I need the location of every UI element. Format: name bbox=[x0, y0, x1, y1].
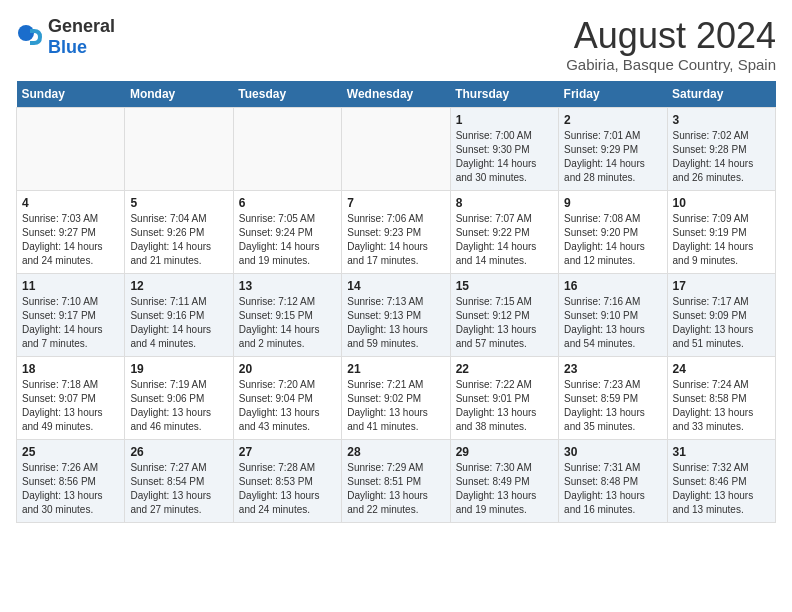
day-number: 13 bbox=[239, 279, 336, 293]
day-number: 8 bbox=[456, 196, 553, 210]
calendar-week-row: 25Sunrise: 7:26 AM Sunset: 8:56 PM Dayli… bbox=[17, 439, 776, 522]
calendar-cell: 4Sunrise: 7:03 AM Sunset: 9:27 PM Daylig… bbox=[17, 190, 125, 273]
calendar-cell: 11Sunrise: 7:10 AM Sunset: 9:17 PM Dayli… bbox=[17, 273, 125, 356]
day-number: 19 bbox=[130, 362, 227, 376]
calendar-cell: 3Sunrise: 7:02 AM Sunset: 9:28 PM Daylig… bbox=[667, 107, 775, 190]
day-number: 10 bbox=[673, 196, 770, 210]
calendar-week-row: 1Sunrise: 7:00 AM Sunset: 9:30 PM Daylig… bbox=[17, 107, 776, 190]
day-number: 29 bbox=[456, 445, 553, 459]
day-info: Sunrise: 7:15 AM Sunset: 9:12 PM Dayligh… bbox=[456, 295, 553, 351]
day-number: 17 bbox=[673, 279, 770, 293]
calendar-week-row: 18Sunrise: 7:18 AM Sunset: 9:07 PM Dayli… bbox=[17, 356, 776, 439]
calendar-cell: 27Sunrise: 7:28 AM Sunset: 8:53 PM Dayli… bbox=[233, 439, 341, 522]
col-header-thursday: Thursday bbox=[450, 81, 558, 108]
day-info: Sunrise: 7:10 AM Sunset: 9:17 PM Dayligh… bbox=[22, 295, 119, 351]
day-info: Sunrise: 7:04 AM Sunset: 9:26 PM Dayligh… bbox=[130, 212, 227, 268]
calendar-cell: 24Sunrise: 7:24 AM Sunset: 8:58 PM Dayli… bbox=[667, 356, 775, 439]
logo-text: General Blue bbox=[48, 16, 115, 58]
calendar-cell: 13Sunrise: 7:12 AM Sunset: 9:15 PM Dayli… bbox=[233, 273, 341, 356]
col-header-saturday: Saturday bbox=[667, 81, 775, 108]
day-info: Sunrise: 7:23 AM Sunset: 8:59 PM Dayligh… bbox=[564, 378, 661, 434]
calendar-cell: 2Sunrise: 7:01 AM Sunset: 9:29 PM Daylig… bbox=[559, 107, 667, 190]
calendar-cell: 23Sunrise: 7:23 AM Sunset: 8:59 PM Dayli… bbox=[559, 356, 667, 439]
day-number: 2 bbox=[564, 113, 661, 127]
calendar-cell: 7Sunrise: 7:06 AM Sunset: 9:23 PM Daylig… bbox=[342, 190, 450, 273]
day-number: 12 bbox=[130, 279, 227, 293]
day-info: Sunrise: 7:30 AM Sunset: 8:49 PM Dayligh… bbox=[456, 461, 553, 517]
day-info: Sunrise: 7:21 AM Sunset: 9:02 PM Dayligh… bbox=[347, 378, 444, 434]
day-number: 16 bbox=[564, 279, 661, 293]
calendar-cell: 20Sunrise: 7:20 AM Sunset: 9:04 PM Dayli… bbox=[233, 356, 341, 439]
day-number: 4 bbox=[22, 196, 119, 210]
day-number: 27 bbox=[239, 445, 336, 459]
day-info: Sunrise: 7:01 AM Sunset: 9:29 PM Dayligh… bbox=[564, 129, 661, 185]
day-info: Sunrise: 7:32 AM Sunset: 8:46 PM Dayligh… bbox=[673, 461, 770, 517]
day-number: 9 bbox=[564, 196, 661, 210]
calendar-cell: 17Sunrise: 7:17 AM Sunset: 9:09 PM Dayli… bbox=[667, 273, 775, 356]
day-info: Sunrise: 7:08 AM Sunset: 9:20 PM Dayligh… bbox=[564, 212, 661, 268]
calendar-cell: 31Sunrise: 7:32 AM Sunset: 8:46 PM Dayli… bbox=[667, 439, 775, 522]
calendar-cell: 28Sunrise: 7:29 AM Sunset: 8:51 PM Dayli… bbox=[342, 439, 450, 522]
col-header-sunday: Sunday bbox=[17, 81, 125, 108]
calendar-cell: 10Sunrise: 7:09 AM Sunset: 9:19 PM Dayli… bbox=[667, 190, 775, 273]
logo: General Blue bbox=[16, 16, 115, 58]
day-info: Sunrise: 7:06 AM Sunset: 9:23 PM Dayligh… bbox=[347, 212, 444, 268]
calendar-cell: 9Sunrise: 7:08 AM Sunset: 9:20 PM Daylig… bbox=[559, 190, 667, 273]
day-info: Sunrise: 7:28 AM Sunset: 8:53 PM Dayligh… bbox=[239, 461, 336, 517]
day-number: 6 bbox=[239, 196, 336, 210]
day-number: 21 bbox=[347, 362, 444, 376]
day-number: 1 bbox=[456, 113, 553, 127]
day-info: Sunrise: 7:07 AM Sunset: 9:22 PM Dayligh… bbox=[456, 212, 553, 268]
day-number: 5 bbox=[130, 196, 227, 210]
day-info: Sunrise: 7:18 AM Sunset: 9:07 PM Dayligh… bbox=[22, 378, 119, 434]
col-header-tuesday: Tuesday bbox=[233, 81, 341, 108]
calendar-cell: 29Sunrise: 7:30 AM Sunset: 8:49 PM Dayli… bbox=[450, 439, 558, 522]
calendar-cell: 21Sunrise: 7:21 AM Sunset: 9:02 PM Dayli… bbox=[342, 356, 450, 439]
calendar-cell: 6Sunrise: 7:05 AM Sunset: 9:24 PM Daylig… bbox=[233, 190, 341, 273]
day-number: 15 bbox=[456, 279, 553, 293]
day-info: Sunrise: 7:13 AM Sunset: 9:13 PM Dayligh… bbox=[347, 295, 444, 351]
day-info: Sunrise: 7:02 AM Sunset: 9:28 PM Dayligh… bbox=[673, 129, 770, 185]
logo-general: General bbox=[48, 16, 115, 36]
day-number: 20 bbox=[239, 362, 336, 376]
calendar-cell: 22Sunrise: 7:22 AM Sunset: 9:01 PM Dayli… bbox=[450, 356, 558, 439]
day-info: Sunrise: 7:03 AM Sunset: 9:27 PM Dayligh… bbox=[22, 212, 119, 268]
calendar-cell: 16Sunrise: 7:16 AM Sunset: 9:10 PM Dayli… bbox=[559, 273, 667, 356]
day-number: 7 bbox=[347, 196, 444, 210]
calendar-table: SundayMondayTuesdayWednesdayThursdayFrid… bbox=[16, 81, 776, 523]
day-info: Sunrise: 7:26 AM Sunset: 8:56 PM Dayligh… bbox=[22, 461, 119, 517]
calendar-cell: 15Sunrise: 7:15 AM Sunset: 9:12 PM Dayli… bbox=[450, 273, 558, 356]
calendar-cell: 18Sunrise: 7:18 AM Sunset: 9:07 PM Dayli… bbox=[17, 356, 125, 439]
calendar-cell bbox=[125, 107, 233, 190]
day-number: 11 bbox=[22, 279, 119, 293]
day-info: Sunrise: 7:05 AM Sunset: 9:24 PM Dayligh… bbox=[239, 212, 336, 268]
day-info: Sunrise: 7:24 AM Sunset: 8:58 PM Dayligh… bbox=[673, 378, 770, 434]
calendar-cell: 19Sunrise: 7:19 AM Sunset: 9:06 PM Dayli… bbox=[125, 356, 233, 439]
calendar-cell: 30Sunrise: 7:31 AM Sunset: 8:48 PM Dayli… bbox=[559, 439, 667, 522]
day-info: Sunrise: 7:29 AM Sunset: 8:51 PM Dayligh… bbox=[347, 461, 444, 517]
calendar-cell bbox=[233, 107, 341, 190]
col-header-friday: Friday bbox=[559, 81, 667, 108]
day-number: 30 bbox=[564, 445, 661, 459]
day-info: Sunrise: 7:00 AM Sunset: 9:30 PM Dayligh… bbox=[456, 129, 553, 185]
logo-blue: Blue bbox=[48, 37, 87, 57]
title-area: August 2024 Gabiria, Basque Country, Spa… bbox=[566, 16, 776, 73]
day-number: 22 bbox=[456, 362, 553, 376]
day-number: 24 bbox=[673, 362, 770, 376]
day-info: Sunrise: 7:09 AM Sunset: 9:19 PM Dayligh… bbox=[673, 212, 770, 268]
col-header-wednesday: Wednesday bbox=[342, 81, 450, 108]
day-number: 28 bbox=[347, 445, 444, 459]
day-info: Sunrise: 7:20 AM Sunset: 9:04 PM Dayligh… bbox=[239, 378, 336, 434]
day-number: 18 bbox=[22, 362, 119, 376]
day-info: Sunrise: 7:19 AM Sunset: 9:06 PM Dayligh… bbox=[130, 378, 227, 434]
calendar-cell: 12Sunrise: 7:11 AM Sunset: 9:16 PM Dayli… bbox=[125, 273, 233, 356]
day-info: Sunrise: 7:31 AM Sunset: 8:48 PM Dayligh… bbox=[564, 461, 661, 517]
header: General Blue August 2024 Gabiria, Basque… bbox=[16, 16, 776, 73]
calendar-header-row: SundayMondayTuesdayWednesdayThursdayFrid… bbox=[17, 81, 776, 108]
day-number: 23 bbox=[564, 362, 661, 376]
calendar-cell: 14Sunrise: 7:13 AM Sunset: 9:13 PM Dayli… bbox=[342, 273, 450, 356]
day-number: 3 bbox=[673, 113, 770, 127]
logo-icon bbox=[16, 23, 44, 51]
main-title: August 2024 bbox=[566, 16, 776, 56]
calendar-week-row: 11Sunrise: 7:10 AM Sunset: 9:17 PM Dayli… bbox=[17, 273, 776, 356]
